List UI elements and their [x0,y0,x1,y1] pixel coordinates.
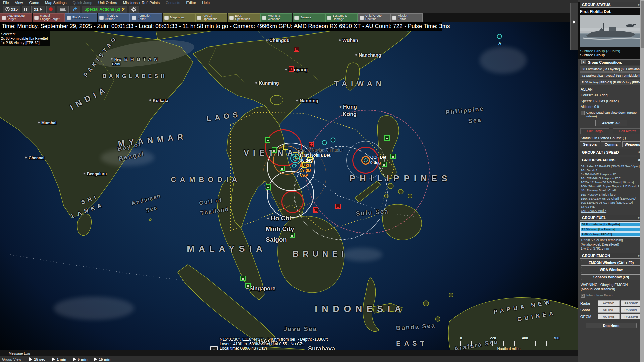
group-lead-checkbox[interactable] [581,111,585,115]
active-button[interactable]: ACTIVE [598,300,619,306]
time-advance-button[interactable]: 15 sec [26,357,49,361]
menu-item[interactable]: Quick Jump [70,1,95,5]
menu-item[interactable]: View [12,1,26,5]
edit-aircraft-button[interactable]: Edit Aircraft [613,128,642,134]
map-viewport[interactable]: PAKISTANBHUTANBANGLADESHINDIAMYANMARLAOS… [0,0,578,362]
passive-button[interactable]: PASSIVE [621,300,642,306]
group-link[interactable]: Surface Group (3 units) [578,48,644,53]
toolbar-button-icon [67,16,71,20]
weapon-link[interactable]: 16x Plessey Shield Flare [581,193,642,197]
cursor-status-line: Layer: -410ft to -689ft - Strength: 0.55… [220,342,343,347]
selected-unit-name: First Flotilla Det. [578,9,644,15]
toolbar-button-icon [99,16,104,20]
weapon-link[interactable]: 60x SEALIR 08-01 Flare [SEACLAD] [581,201,642,205]
menu-item[interactable]: Missions + Ref. Points [120,1,163,5]
passive-button[interactable]: PASSIVE [621,314,642,319]
group-emcon-header[interactable]: GROUP EMCON [580,253,643,259]
message-log-bar[interactable]: Message Log ↑ [0,350,641,356]
toolbar-button[interactable]: BoatOperations [228,13,260,22]
toolbar-button-icon [327,16,331,20]
edit-cargo-button[interactable]: Edit Cargo [580,128,609,134]
group-composition-list: 68 Formidable [La Fayette] (68 Formidabl… [578,66,644,85]
toolbar-button[interactable]: Auto EngageTarget [0,13,32,22]
group-fuel-header[interactable]: GROUP FUEL [580,215,643,221]
special-actions-button[interactable]: Special Actions (2) [82,6,127,13]
emcon-window-button[interactable]: WRA Window [581,267,642,273]
pause-button[interactable] [22,6,30,13]
weapon-link[interactable]: 16x Barak 1 [581,168,642,172]
menu-item[interactable]: Game [26,1,42,5]
record-button[interactable] [46,6,55,13]
time-advance-button[interactable]: 15 min [91,357,114,361]
toolbar-button[interactable]: Magazines [163,13,195,22]
group-status-header[interactable]: GROUP STATUS [580,2,643,8]
message-log-label: Message Log [0,351,30,355]
weapon-link[interactable]: 48x Plessey Shield Chaff [581,188,642,192]
fuel-bar[interactable]: 72 Stalwart [La Fayette] [580,227,642,232]
toolbar-button[interactable]: Mounts &Weapons [260,13,292,22]
weapon-link[interactable]: 900x 76mm/62 Super Rapido HE Burst [2 rn [581,184,642,188]
time-advance-button[interactable]: 1 min [49,357,70,361]
status-tab-button[interactable]: Sensors [580,141,600,147]
time-compression-button[interactable]: x15 [3,6,20,13]
weapon-link[interactable]: 48x A 244S Mod 3 [581,209,642,213]
scrollbar-thumb[interactable] [641,1,644,48]
toolbar-button-icon [132,16,136,20]
inherit-parent-checkbox[interactable] [581,294,585,298]
unit-label: 16 kts [300,163,311,168]
toolbar-button[interactable]: Unit / GroupDoctrine [358,13,390,22]
toolbar-button-icon [294,16,299,20]
composition-item[interactable]: 72 Stalwart [La Fayette] (68 Formidable … [580,72,642,78]
toolbar-button[interactable]: Plot Course [65,13,97,22]
toolbar-button[interactable]: Systems &Damage [325,13,358,22]
scale-tick-label: 700 [553,336,559,340]
emcon-window-button[interactable]: Sensors Window (F9) [581,274,642,280]
status-tab-button[interactable]: Comms [601,141,621,147]
weapon-link[interactable]: 156x SEALEM 08-02 Chaff [SEACLAD] [581,197,642,201]
active-button[interactable]: ACTIVE [598,307,619,313]
menu-item[interactable]: Unit Orders [95,1,120,5]
doctrines-button[interactable]: Doctrines [586,323,637,328]
collapse-box-icon[interactable]: ▲ [581,60,586,64]
toolbar-button[interactable]: Throttle &Altitude [98,13,130,22]
jump-button[interactable] [70,6,80,13]
recorder-button[interactable] [57,6,69,13]
fuel-bar[interactable]: 68 Formidable [La Fayette] [580,222,642,227]
function-toolbar: Auto EngageTarget ManualEngage Target Pl… [0,13,644,22]
time-advance-button[interactable]: 5 min [70,357,91,361]
weapon-link[interactable]: 16x RGM-84G Harpoon ICR [581,176,642,180]
emcon-window-button[interactable]: EMCON Window (Ctrl + F9) [581,260,642,266]
active-button[interactable]: ACTIVE [598,314,619,319]
weapon-link[interactable]: 1020x 12.7mm/50 MG Burst [10 rnds] [581,180,642,184]
toolbar-button[interactable]: MissionEditor [390,13,423,22]
composition-item[interactable]: 68 Formidable [La Fayette] (68 Formidabl… [580,66,642,72]
side-label: ASEAN [581,87,642,91]
fuel-bar[interactable]: P 88 Victory [FPB-62] [580,232,642,237]
toolbar-button[interactable]: AircraftOperations [195,13,227,22]
toolbar-button[interactable]: ManualEngage Target [33,13,65,22]
settings-button[interactable] [129,6,139,13]
menu-item[interactable]: Contacts [163,1,183,5]
menu-item[interactable]: Map Settings [42,1,69,5]
group-weapons-header[interactable]: GROUP WEAPONS [580,157,643,163]
sidebar-scrollbar[interactable] [640,0,644,362]
menu-item[interactable]: File [0,1,12,5]
weapon-link[interactable]: 6x A 244S [581,205,642,209]
toolbar-button[interactable]: FormationEditor [130,13,162,22]
sidebar-collapse-button[interactable] [570,3,578,50]
passive-button[interactable]: PASSIVE [621,307,642,313]
menu-item[interactable]: Help [199,1,213,5]
group-composition-header[interactable]: ▲ Group Composition: [580,59,643,65]
group-view-label: Group View [0,357,24,361]
menu-item[interactable]: Editor [183,1,199,5]
toolbar-button-icon [34,16,39,20]
status-tab-button[interactable]: Weapons [622,141,642,147]
step-button[interactable]: x1 [31,6,45,13]
weapon-link[interactable]: 64x Aster 15 PAAMS [GWS 45 Sea Viper] [581,164,642,168]
aircraft-button[interactable]: Aircraft: 3/3 [595,120,627,126]
toolbar-button[interactable]: Sensors [293,13,325,22]
group-alt-speed-header[interactable]: GROUP ALT / SPEED [580,149,643,155]
pause-icon [24,8,27,11]
weapon-link[interactable]: 8x RGM-84D Harpoon IC [581,172,642,176]
composition-item[interactable]: P 88 Victory [FPB-62] (P 88 Victory [FPB… [580,79,642,85]
